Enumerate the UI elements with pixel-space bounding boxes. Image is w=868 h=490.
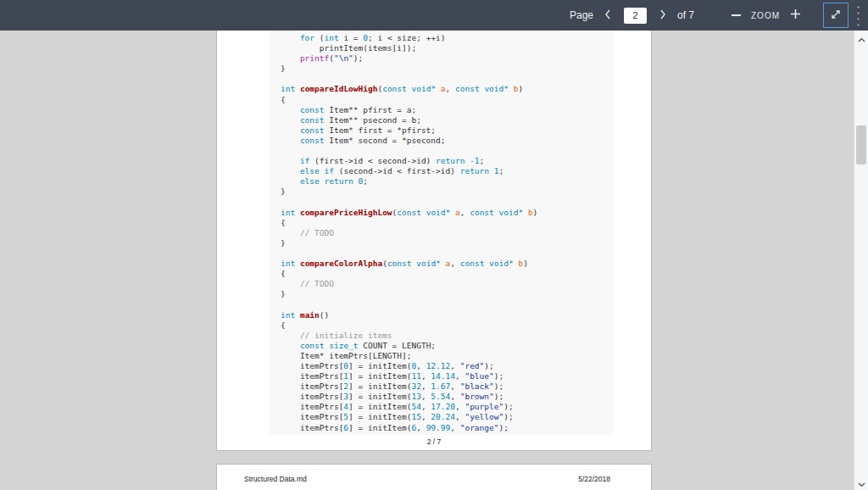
page-label: Page	[570, 9, 593, 21]
code-line: printItem(items[i]);	[281, 43, 606, 53]
code-line: }	[281, 289, 606, 299]
code-line	[281, 146, 606, 156]
code-line: int comparePriceHighLow(const void* a, c…	[281, 208, 606, 218]
scrollbar-thumb[interactable]	[856, 125, 866, 164]
code-line: const Item* first = *pfirst;	[281, 125, 606, 136]
code-line: int compareIdLowHigh(const void* a, cons…	[281, 84, 606, 94]
chevron-down-icon	[858, 476, 865, 490]
zoom-label: ZOOM	[751, 11, 780, 20]
code-line: printf("\n");	[281, 53, 606, 64]
document-viewport[interactable]: for (int i = 0; i < size; ++i) printItem…	[0, 31, 868, 490]
code-line: // initialize items	[281, 331, 606, 341]
pdf-page-next: Structured Data.md 5/22/2018	[216, 464, 652, 490]
zoom-out-button[interactable]	[728, 5, 743, 25]
code-line: // TODO	[281, 228, 606, 238]
zoom-in-button[interactable]	[787, 5, 803, 25]
chevron-up-icon	[858, 31, 865, 46]
code-line: }	[281, 187, 606, 197]
code-line: int main()	[281, 310, 606, 320]
previous-page-button[interactable]	[600, 5, 615, 25]
minus-icon	[732, 14, 741, 16]
code-line: itemPtrs[6] = initItem(6, 99.99, "orange…	[281, 423, 606, 433]
print-header-date: 5/22/2018	[578, 475, 610, 483]
code-line: if (first->id < second->id) return -1;	[281, 156, 606, 166]
code-line: Item* itemPtrs[LENGTH];	[281, 351, 606, 361]
code-line	[281, 74, 606, 84]
code-line: int compareColorAlpha(const void* a, con…	[281, 259, 606, 269]
code-line: else if (second->id < first->id) return …	[281, 166, 606, 176]
code-line: {	[281, 95, 606, 105]
code-line: // TODO	[281, 279, 606, 289]
code-line: {	[281, 218, 606, 228]
code-line: }	[281, 64, 606, 74]
code-line: const Item** pfirst = a;	[281, 105, 606, 115]
code-line	[281, 248, 606, 259]
code-line: {	[281, 269, 606, 279]
code-line	[281, 299, 606, 309]
chevron-right-icon	[659, 9, 666, 22]
vertical-scrollbar[interactable]	[854, 31, 868, 490]
page-number-footer: 2 / 7	[217, 437, 651, 446]
code-line: {	[281, 320, 606, 331]
code-line: itemPtrs[1] = initItem(11, 14.14, "blue"…	[281, 371, 606, 381]
code-block: for (int i = 0; i < size; ++i) printItem…	[269, 31, 613, 435]
code-line: for (int i = 0; i < size; ++i)	[281, 33, 606, 43]
code-line: itemPtrs[3] = initItem(13, 5.54, "brown"…	[281, 392, 606, 402]
next-page-button[interactable]	[655, 5, 670, 25]
toolbar-grip-dots	[857, 4, 860, 26]
code-line: itemPtrs[0] = initItem(0, 12.12, "red");	[281, 361, 606, 371]
code-line: const Item** psecond = b;	[281, 115, 606, 125]
code-line: const size_t COUNT = LENGTH;	[281, 341, 606, 351]
code-line	[281, 198, 606, 208]
scroll-down-button[interactable]	[854, 476, 868, 489]
code-line: else return 0;	[281, 176, 606, 187]
pdf-page-current: for (int i = 0; i < size; ++i) printItem…	[216, 31, 652, 451]
page-number-input[interactable]	[624, 8, 647, 24]
chevron-left-icon	[604, 9, 611, 22]
code-line: const Item* second = *psecond;	[281, 136, 606, 146]
fullscreen-button[interactable]	[823, 3, 849, 28]
pdf-toolbar: Page of 7 ZOOM	[0, 0, 868, 31]
code-line: }	[281, 238, 606, 248]
print-header-filename: Structured Data.md	[244, 475, 307, 483]
page-count-label: of 7	[677, 9, 694, 21]
code-line: itemPtrs[4] = initItem(54, 17.20, "purpl…	[281, 402, 606, 412]
plus-icon	[790, 8, 801, 22]
scroll-up-button[interactable]	[854, 31, 868, 44]
code-line: itemPtrs[2] = initItem(32, 1.67, "black"…	[281, 381, 606, 392]
fullscreen-expand-icon	[830, 8, 842, 23]
code-line: itemPtrs[5] = initItem(15, 20.24, "yello…	[281, 412, 606, 422]
